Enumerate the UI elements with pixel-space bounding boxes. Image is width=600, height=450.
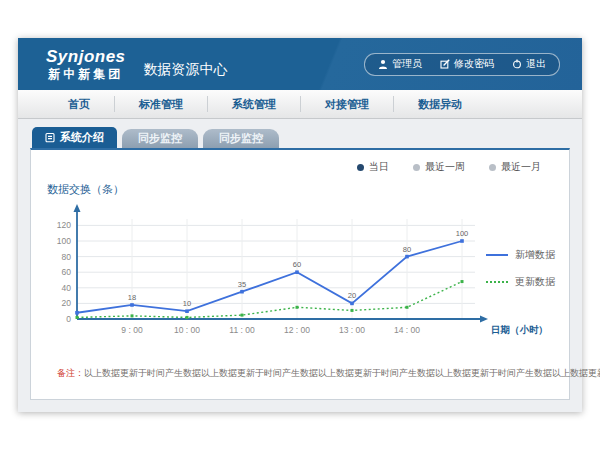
- logout-label: 退出: [526, 57, 546, 71]
- note-prefix: 备注：: [57, 368, 84, 378]
- power-icon: [512, 59, 522, 69]
- legend-swatch: [486, 281, 508, 283]
- nav-item-2[interactable]: 标准管理: [114, 96, 207, 112]
- svg-text:10: 10: [183, 299, 191, 308]
- y-axis-title: 数据交换（条）: [47, 182, 555, 197]
- range-option-label: 最近一周: [425, 160, 465, 174]
- main-nav: 首页标准管理系统管理对接管理数据异动: [18, 90, 582, 119]
- legend-item-1: 新增数据: [486, 248, 555, 262]
- logout-button[interactable]: 退出: [503, 57, 555, 71]
- document-icon: [45, 132, 55, 143]
- svg-text:100: 100: [456, 229, 469, 238]
- range-option-3[interactable]: 最近一月: [489, 160, 541, 174]
- change-password-button[interactable]: 修改密码: [431, 57, 503, 71]
- user-icon: [378, 59, 388, 69]
- note-text: 以上数据更新于时间产生数据以上数据更新于时间产生数据以上数据更新于时间产生数据以…: [84, 368, 600, 378]
- tab-label: 同步监控: [219, 131, 263, 146]
- range-option-label: 最近一月: [501, 160, 541, 174]
- svg-text:日期（小时）: 日期（小时）: [491, 324, 545, 336]
- app-window: Synjones 新中新集团 数据资源中心 管理员 修改密码 退出: [18, 38, 582, 412]
- svg-text:18: 18: [128, 293, 136, 302]
- legend-label: 更新数据: [515, 275, 555, 289]
- svg-text:60: 60: [62, 267, 72, 277]
- svg-text:13 : 00: 13 : 00: [339, 325, 365, 335]
- legend-item-2: 更新数据: [486, 275, 555, 289]
- logo-text-cn: 新中新集团: [46, 68, 126, 80]
- svg-text:120: 120: [57, 220, 71, 230]
- line-chart: 0204060801001209 : 0010 : 0011 : 0012 : …: [45, 199, 545, 341]
- content-panel: 当日最近一周最近一月 数据交换（条） 0204060801001209 : 00…: [30, 148, 570, 400]
- svg-text:35: 35: [238, 280, 246, 289]
- tab-1[interactable]: 系统介绍: [32, 127, 117, 148]
- radio-selected-icon: [357, 164, 364, 171]
- date-range-options: 当日最近一周最近一月: [45, 160, 555, 174]
- svg-text:14 : 00: 14 : 00: [394, 325, 420, 335]
- user-menu[interactable]: 管理员: [369, 57, 431, 71]
- nav-item-4[interactable]: 对接管理: [300, 96, 393, 112]
- radio-icon: [413, 164, 420, 171]
- header: Synjones 新中新集团 数据资源中心 管理员 修改密码 退出: [18, 38, 582, 90]
- svg-text:40: 40: [62, 283, 72, 293]
- range-option-label: 当日: [369, 160, 389, 174]
- content-area: 系统介绍同步监控同步监控 当日最近一周最近一月 数据交换（条） 02040608…: [18, 119, 582, 412]
- svg-text:9 : 00: 9 : 00: [121, 325, 143, 335]
- change-password-label: 修改密码: [454, 57, 494, 71]
- user-toolbar: 管理员 修改密码 退出: [364, 53, 560, 76]
- nav-item-3[interactable]: 系统管理: [207, 96, 300, 112]
- chart-legend: 新增数据更新数据: [486, 248, 555, 289]
- tab-bar: 系统介绍同步监控同步监控: [30, 127, 570, 148]
- nav-item-1[interactable]: 首页: [44, 96, 114, 112]
- svg-text:12 : 00: 12 : 00: [284, 325, 310, 335]
- svg-text:11 : 00: 11 : 00: [229, 325, 255, 335]
- tab-3[interactable]: 同步监控: [203, 129, 279, 148]
- edit-icon: [440, 59, 450, 69]
- svg-text:100: 100: [57, 236, 71, 246]
- tab-2[interactable]: 同步监控: [122, 129, 198, 148]
- user-name: 管理员: [392, 57, 422, 71]
- range-option-2[interactable]: 最近一周: [413, 160, 465, 174]
- radio-icon: [489, 164, 496, 171]
- tab-label: 系统介绍: [60, 130, 104, 145]
- footer-note: 备注：以上数据更新于时间产生数据以上数据更新于时间产生数据以上数据更新于时间产生…: [57, 367, 555, 380]
- svg-text:80: 80: [403, 245, 411, 254]
- svg-text:80: 80: [62, 252, 72, 262]
- svg-text:20: 20: [62, 298, 72, 308]
- nav-item-5[interactable]: 数据异动: [393, 96, 486, 112]
- company-logo: Synjones 新中新集团: [46, 48, 126, 80]
- range-option-1[interactable]: 当日: [357, 160, 389, 174]
- logo-text-en: Synjones: [46, 48, 126, 65]
- page-title: 数据资源中心: [144, 49, 228, 79]
- tab-label: 同步监控: [138, 131, 182, 146]
- svg-text:10 : 00: 10 : 00: [174, 325, 200, 335]
- svg-text:20: 20: [348, 291, 356, 300]
- svg-text:0: 0: [66, 314, 71, 324]
- svg-text:60: 60: [293, 260, 301, 269]
- legend-swatch: [486, 254, 508, 256]
- legend-label: 新增数据: [515, 248, 555, 262]
